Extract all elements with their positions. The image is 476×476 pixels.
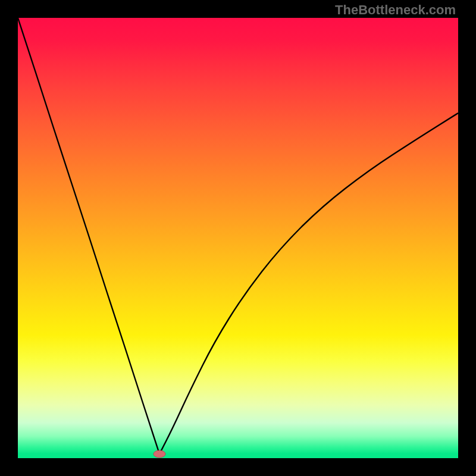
chart-frame xyxy=(0,0,476,476)
chart-plot-area xyxy=(18,18,458,458)
minimum-marker xyxy=(154,450,165,458)
curve-right-branch xyxy=(159,113,458,454)
watermark-text: TheBottleneck.com xyxy=(335,2,456,18)
chart-svg xyxy=(18,18,458,458)
curve-left-branch xyxy=(18,18,159,454)
